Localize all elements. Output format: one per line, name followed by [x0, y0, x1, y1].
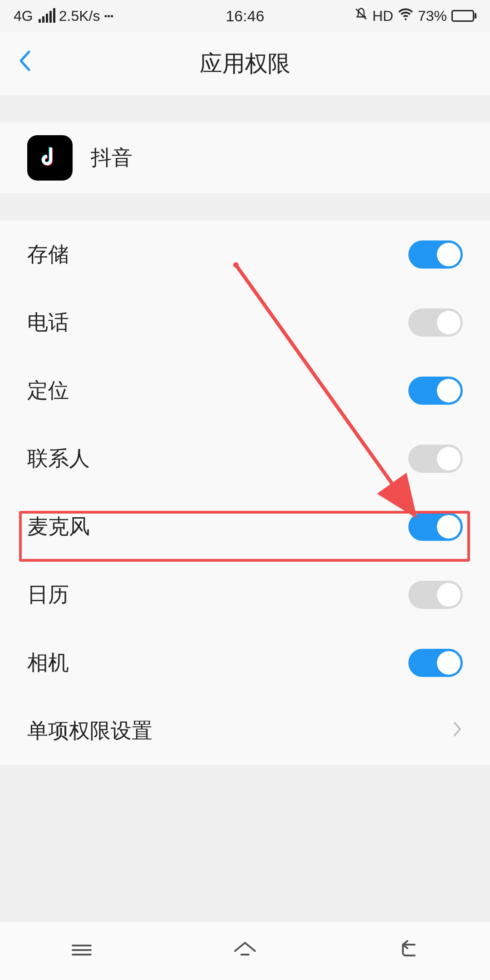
app-name: 抖音: [91, 144, 132, 172]
hd-label: HD: [372, 8, 393, 24]
toggle-camera[interactable]: [408, 649, 463, 677]
permission-row-contacts: 联系人: [0, 425, 490, 493]
permission-label: 联系人: [27, 445, 90, 473]
more-dots-icon: ···: [103, 8, 113, 24]
chevron-right-icon: [452, 720, 463, 742]
toggle-location[interactable]: [408, 377, 463, 405]
page-title: 应用权限: [0, 49, 490, 79]
permission-row-storage: 存储: [0, 220, 490, 289]
permission-row-phone: 电话: [0, 289, 490, 357]
status-left: 4G 2.5K/s ···: [14, 8, 113, 24]
back-button[interactable]: [18, 50, 32, 77]
toggle-contacts[interactable]: [408, 445, 463, 473]
toggle-microphone[interactable]: [408, 513, 463, 541]
system-nav-bar: [0, 921, 490, 980]
header: 应用权限: [0, 32, 490, 95]
signal-icon: [39, 9, 55, 23]
toggle-phone[interactable]: [408, 309, 463, 337]
battery-icon: [451, 10, 476, 22]
wifi-icon: [398, 6, 413, 25]
permission-label: 相机: [27, 649, 69, 677]
section-gap: [0, 193, 490, 220]
nav-home-button[interactable]: [231, 936, 259, 965]
data-speed: 2.5K/s: [59, 8, 100, 24]
app-header-row: 抖音: [0, 122, 490, 193]
permission-row-microphone: 麦克风: [0, 493, 490, 561]
permission-label: 存储: [27, 240, 69, 269]
toggle-storage[interactable]: [408, 240, 463, 269]
permission-label: 麦克风: [27, 513, 90, 541]
permission-row-calendar: 日历: [0, 561, 490, 629]
permission-label: 日历: [27, 581, 69, 609]
permission-label: 定位: [27, 377, 69, 405]
network-type: 4G: [14, 8, 33, 24]
permission-row-camera: 相机: [0, 629, 490, 697]
douyin-app-icon: [27, 135, 73, 181]
mute-icon: [354, 7, 368, 24]
nav-back-button[interactable]: [395, 936, 422, 965]
section-gap: [0, 95, 490, 122]
svg-line-0: [356, 9, 366, 20]
permission-row-location: 定位: [0, 357, 490, 425]
battery-percent: 73%: [418, 8, 447, 24]
toggle-calendar[interactable]: [408, 581, 463, 609]
nav-recent-button[interactable]: [68, 936, 95, 965]
status-bar: 4G 2.5K/s ··· 16:46 HD 73%: [0, 0, 490, 32]
more-settings-row[interactable]: 单项权限设置: [0, 697, 490, 765]
status-right: HD 73%: [354, 6, 476, 25]
more-settings-label: 单项权限设置: [27, 717, 152, 745]
permissions-list: 存储 电话 定位 联系人 麦克风 日历 相机 单项权限设置: [0, 220, 490, 765]
permission-label: 电话: [27, 309, 69, 337]
